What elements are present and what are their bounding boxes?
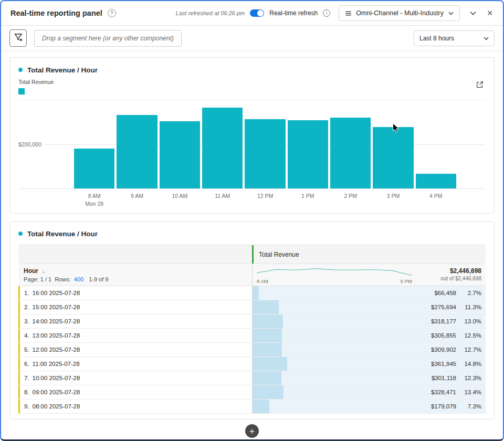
metric-value: $275,694 [431,304,456,310]
realtime-refresh-label: Real-time refresh [269,9,318,17]
metric-cell: $361,945 14.8% [252,357,486,371]
metric-total-value: $2,446,698 [440,267,481,275]
segment-filter-button[interactable] [9,29,27,47]
chart-bar[interactable] [160,121,200,188]
row-hour-value: 09:00 2025-07-28 [33,389,80,395]
chart-card-title-text: Total Revenue / Hour [27,66,98,74]
bar-chart: Total Revenue $200,000 [18,79,486,208]
row-number: 8. [24,389,29,395]
collapse-panel-chevron-icon[interactable] [467,7,479,19]
chevron-down-icon [448,10,454,16]
legend-label: Total Revenue [18,79,486,86]
x-axis-label: 8 AMMon 28 [74,192,114,208]
metric-bar [253,385,284,399]
metric-cell: $328,471 13.4% [252,385,486,399]
row-number: 5. [24,346,29,353]
metric-total: $2,446,698 out of $2,446,698 [440,267,481,281]
x-axis-label: 9 AM [117,192,157,208]
chart-bar[interactable] [416,174,456,188]
x-axis-label: 3 PM [373,192,413,208]
row-number: 7. [24,375,29,381]
row-hour-value: 13:00 2025-07-28 [33,332,80,339]
realtime-refresh-toggle[interactable] [250,9,264,17]
metric-cell: $318,177 13.0% [252,314,486,328]
table-row[interactable]: 3. 14:00 2025-07-28 $318,177 13.0% [18,314,486,329]
metric-cell: $66,458 2.7% [252,286,486,300]
info-icon[interactable]: i [323,9,330,17]
pagination-label: Page: 1 / 1 [24,276,51,282]
chart-bar[interactable] [245,119,285,188]
table-body: 1. 16:00 2025-07-28 $66,458 2.7% 2. 15:0… [18,286,486,414]
table-row[interactable]: 2. 15:00 2025-07-28 $275,694 11.3% [18,300,486,314]
chart-bar[interactable] [202,108,243,188]
row-hour-value: 14:00 2025-07-28 [33,318,80,324]
table-row[interactable]: 9. 08:00 2025-07-28 $179,079 7.3% [18,400,486,414]
rows-count-link[interactable]: 400 [74,276,83,282]
row-number: 4. [24,332,29,339]
table-row[interactable]: 5. 12:00 2025-07-28 $309,902 12.7% [18,343,486,357]
metric-percent: 11.3% [456,304,481,310]
dimension-cell[interactable]: 1. 16:00 2025-07-28 [18,286,252,300]
chart-bar[interactable] [74,149,114,188]
reporting-panel-window: Real-time reporting panel ? Last refresh… [0,0,504,441]
dimension-cell[interactable]: 5. 12:00 2025-07-28 [18,343,252,356]
row-number: 2. [24,304,29,310]
filter-bar: Drop a segment here (or any other compon… [1,26,503,51]
table-row[interactable]: 4. 13:00 2025-07-28 $305,855 12.5% [18,329,486,343]
metric-bar [253,343,282,356]
chart-bar[interactable] [288,120,328,188]
report-suite-dropdown[interactable]: Omni-Channel - Multi-Industry [339,5,460,21]
dimension-cell[interactable]: 3. 14:00 2025-07-28 [18,314,252,328]
dimension-cell[interactable]: 6. 11:00 2025-07-28 [18,357,252,371]
table-row[interactable]: 7. 10:00 2025-07-28 $301,118 12.3% [18,371,486,385]
report-suite-icon [344,9,352,17]
x-axis-label: 2 PM [330,192,371,208]
metric-column-header[interactable]: Total Revenue [252,245,486,264]
time-range-dropdown[interactable]: Last 8 hours [414,30,495,46]
export-icon[interactable] [474,79,486,90]
metric-percent: 13.4% [456,389,481,395]
help-icon[interactable]: ? [108,9,116,17]
add-panel-area: + [9,419,495,440]
segment-dropzone[interactable]: Drop a segment here (or any other compon… [34,30,182,47]
metric-value: $301,118 [432,375,456,381]
metric-percent: 12.5% [456,332,481,339]
metric-bar [253,300,279,314]
dimension-cell[interactable]: 8. 09:00 2025-07-28 [18,385,252,399]
table-card: Total Revenue / Hour Total Revenue Hour … [9,221,495,419]
y-axis-tick-label: $200,000 [18,141,45,148]
close-icon[interactable]: ✕ [484,7,496,19]
metric-value: $328,471 [431,389,456,395]
table-row[interactable]: 6. 11:00 2025-07-28 $361,945 14.8% [18,357,486,371]
row-number: 6. [24,361,29,367]
dimension-header-label[interactable]: Hour [24,267,38,275]
last-refreshed-text: Last refreshed at 06:26 pm [176,10,245,16]
dimension-cell[interactable]: 2. 15:00 2025-07-28 [18,300,252,314]
dimension-cell[interactable]: 9. 08:00 2025-07-28 [18,400,252,413]
chart-bar[interactable] [373,127,413,188]
metric-percent: 14.8% [456,361,481,367]
dimension-cell[interactable]: 7. 10:00 2025-07-28 [18,371,252,385]
dimension-cell[interactable]: 4. 13:00 2025-07-28 [18,329,252,342]
metric-cell: $179,079 7.3% [252,400,486,413]
table-row[interactable]: 8. 09:00 2025-07-28 $328,471 13.4% [18,385,486,400]
metric-value: $309,902 [431,346,456,353]
sort-descending-icon[interactable]: ↓ [42,268,45,274]
time-range-label: Last 8 hours [419,35,454,42]
chart-bar[interactable] [117,115,157,188]
table-row[interactable]: 1. 16:00 2025-07-28 $66,458 2.7% [18,286,486,300]
add-button[interactable]: + [245,424,259,438]
metric-total-sub: out of $2,446,698 [440,276,481,281]
sparkline-start-label: 8 AM [257,278,268,284]
chart-bar[interactable] [330,118,371,188]
metric-value: $318,177 [431,318,456,324]
metric-bar [253,286,259,300]
row-hour-value: 15:00 2025-07-28 [33,304,80,310]
metric-summary-cell: 8 AM 5 PM $2,446,698 out of $2,446,698 [252,264,486,286]
row-hour-value: 11:00 2025-07-28 [33,361,80,367]
metric-cell: $309,902 12.7% [252,343,486,356]
mouse-cursor [392,123,400,135]
page-title: Real-time reporting panel [10,9,102,17]
legend-swatch[interactable] [18,88,25,94]
row-hour-value: 16:00 2025-07-28 [33,290,80,296]
